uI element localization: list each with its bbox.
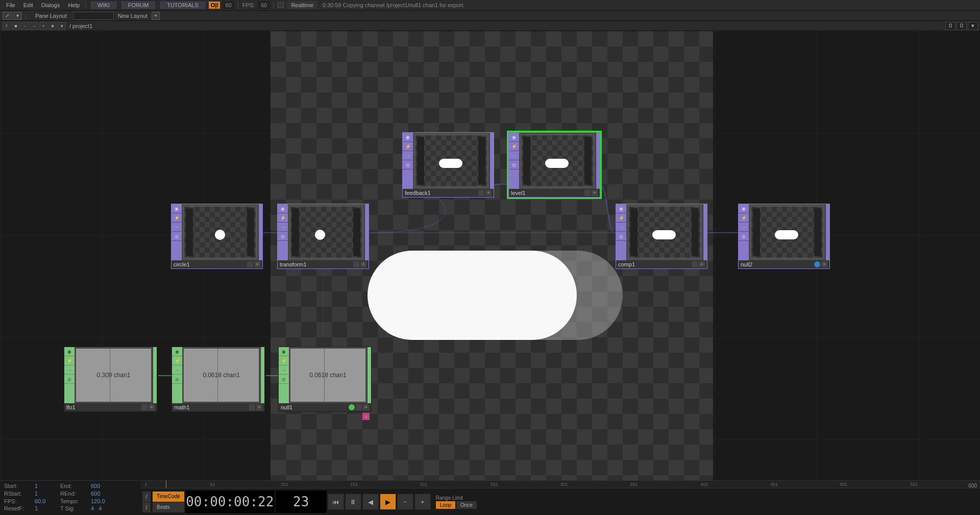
rewind-button[interactable]: ⏮ (328, 494, 344, 510)
node-side-flash-icon[interactable]: ⚡ (64, 356, 75, 365)
node-side-flash-icon[interactable]: ⚡ (279, 356, 289, 365)
node-output-connector[interactable] (153, 347, 157, 403)
node-null1[interactable]: ◉ ⚡ → ◎ 0.0618 chan1 null1 + (278, 347, 372, 412)
play-button[interactable]: ▶ (380, 494, 396, 510)
start-value[interactable]: 1 (35, 483, 60, 491)
once-button[interactable]: Once (456, 501, 477, 509)
oji-toggle[interactable]: O|I (209, 2, 220, 9)
node-side-arrow-icon[interactable]: → (278, 223, 288, 232)
node-side-target-icon[interactable]: ◎ (172, 375, 182, 384)
node-comp1[interactable]: ◉ ⚡ → ◎ comp1 + (616, 204, 707, 269)
fps-target[interactable]: 60 (258, 1, 270, 9)
node-side-arrow-icon[interactable]: → (64, 365, 75, 375)
node-lfo1[interactable]: ◉ ⚡ → ◎ 0.309 chan1 lfo1 + (64, 347, 157, 412)
path-dropdown-icon[interactable]: ▾ (58, 22, 66, 30)
pause-button[interactable]: ⏸ (345, 494, 361, 510)
plus-button[interactable]: + (414, 494, 431, 510)
tl-toggle-1[interactable]: / (142, 492, 151, 502)
node-side-arrow-icon[interactable]: → (403, 151, 413, 160)
node-side-circle-icon[interactable]: ◉ (172, 347, 182, 356)
rstart-value[interactable]: 1 (35, 491, 60, 498)
tl-i-button[interactable]: I (142, 502, 151, 512)
node-side-circle-icon[interactable]: ◉ (64, 347, 75, 356)
rend-value[interactable]: 600 (91, 491, 116, 498)
new-layout-plus[interactable]: + (152, 12, 160, 20)
node-output-connector[interactable] (364, 204, 369, 260)
node-side-arrow-icon[interactable]: → (509, 151, 519, 160)
timeline-ruler[interactable]: 1 51 101 151 201 251 301 351 401 451 501… (140, 481, 980, 488)
timecode-display[interactable]: 00:00:00:22 (185, 491, 275, 513)
node-side-arrow-icon[interactable]: → (279, 365, 289, 375)
menu-file[interactable]: File (2, 1, 19, 9)
minus-button[interactable]: − (397, 494, 413, 510)
node-side-target-icon[interactable]: ◎ (509, 160, 519, 169)
beats-mode-button[interactable]: Beats (153, 502, 184, 512)
layout-dropdown[interactable] (73, 12, 114, 20)
node-side-target-icon[interactable]: ◎ (739, 232, 749, 241)
node-side-flash-icon[interactable]: ⚡ (172, 213, 182, 223)
menu-dialogs[interactable]: Dialogs (37, 1, 64, 9)
path-back-icon[interactable]: ← (21, 22, 29, 30)
node-side-target-icon[interactable]: ◎ (64, 375, 75, 384)
node-side-circle-icon[interactable]: ◉ (278, 204, 288, 213)
node-circle1[interactable]: ◉ ⚡ → ◎ circle1 + (171, 204, 263, 269)
node-side-flash-icon[interactable]: ⚡ (616, 213, 626, 223)
node-side-circle-icon[interactable]: ◉ (403, 133, 413, 142)
node-side-arrow-icon[interactable]: → (616, 223, 626, 232)
node-side-arrow-icon[interactable]: → (739, 223, 749, 232)
path-fwd-icon[interactable]: → (30, 22, 38, 30)
node-side-target-icon[interactable]: ◎ (616, 232, 626, 241)
node-side-circle-icon[interactable]: ◉ (616, 204, 626, 213)
path-right-dropdown[interactable]: ▾ (968, 22, 978, 30)
loop-button[interactable]: Loop (436, 501, 455, 509)
node-side-arrow-icon[interactable]: → (172, 365, 182, 375)
current-path[interactable]: / project1 (66, 23, 944, 29)
node-transform1[interactable]: ◉ ⚡ → ◎ transform1 + (277, 204, 369, 269)
node-output-connector[interactable] (258, 204, 262, 260)
tsig-value-1[interactable]: 4 (91, 505, 94, 511)
fps-value[interactable]: 60.0 (35, 498, 60, 506)
realtime-checkbox[interactable] (278, 2, 284, 8)
menu-help[interactable]: Help (64, 1, 84, 9)
node-feedback1[interactable]: ◉ ⚡ → ◎ feedback1 + (402, 132, 494, 198)
wiki-link[interactable]: WIKI (90, 1, 117, 10)
node-side-arrow-icon[interactable]: → (172, 223, 182, 232)
pane-dropdown-icon[interactable]: ▾ (13, 12, 22, 20)
node-side-circle-icon[interactable]: ◉ (739, 204, 749, 213)
resetf-value[interactable]: 1 (35, 505, 60, 513)
tempo-value[interactable]: 120.0 (91, 498, 116, 506)
export-flag-icon[interactable]: ↓ (362, 413, 370, 420)
forum-link[interactable]: FORUM (120, 1, 156, 10)
node-side-flash-icon[interactable]: ⚡ (509, 142, 519, 151)
timecode-mode-button[interactable]: TimeCode (153, 492, 184, 502)
node-side-circle-icon[interactable]: ◉ (279, 347, 289, 356)
node-output-connector[interactable] (367, 347, 371, 403)
path-right-0[interactable]: 0 (945, 22, 955, 30)
node-side-flash-icon[interactable]: ⚡ (403, 142, 413, 151)
tsig-value-2[interactable]: 4 (99, 505, 102, 511)
node-side-circle-icon[interactable]: ◉ (509, 133, 519, 142)
frame-display[interactable]: 23 (276, 491, 327, 513)
node-output-connector[interactable] (596, 133, 600, 189)
node-side-target-icon[interactable]: ◎ (172, 232, 182, 241)
node-level1[interactable]: ◉ ⚡ → ◎ level1 + (508, 132, 600, 198)
node-output-connector[interactable] (260, 347, 264, 403)
node-math1[interactable]: ◉ ⚡ → ◎ 0.0618 chan1 math1 + (172, 347, 265, 412)
node-side-target-icon[interactable]: ◎ (279, 375, 289, 384)
tutorials-link[interactable]: TUTORIALS (159, 1, 206, 10)
node-side-flash-icon[interactable]: ⚡ (278, 213, 288, 223)
step-back-button[interactable]: ◀ (362, 494, 379, 510)
path-up-icon[interactable]: + (39, 22, 47, 30)
node-output-connector[interactable] (825, 204, 829, 260)
pane-expand-icon[interactable]: ⤢ (3, 12, 12, 20)
path-star-icon[interactable]: ★ (48, 22, 57, 30)
node-side-circle-icon[interactable]: ◉ (172, 204, 182, 213)
end-value[interactable]: 600 (91, 483, 116, 491)
path-right-1[interactable]: 0 (957, 22, 967, 30)
playhead[interactable] (166, 481, 166, 488)
node-side-flash-icon[interactable]: ⚡ (739, 213, 749, 223)
menu-edit[interactable]: Edit (19, 1, 37, 9)
path-icon-2[interactable]: ■ (12, 22, 20, 30)
path-icon-1[interactable]: / (3, 22, 11, 30)
node-output-connector[interactable] (489, 133, 494, 189)
